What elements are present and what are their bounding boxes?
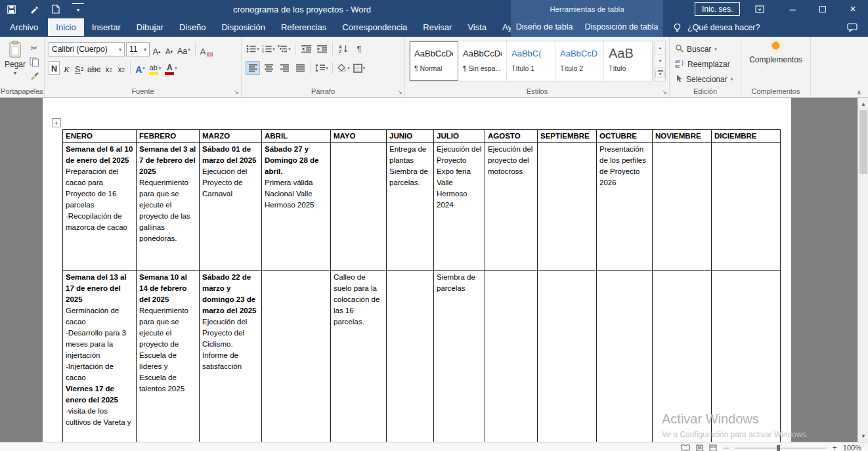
underline-button[interactable]: S▾ (74, 61, 85, 75)
table-cell[interactable]: Sábado 01 de marzo del 2025Ejecución del… (200, 143, 262, 271)
scroll-down-icon[interactable]: ▼ (858, 431, 868, 441)
document-page[interactable]: + ENEROFEBREROMARZOABRILMAYOJUNIOJULIOAG… (43, 98, 791, 442)
tab-insertar[interactable]: Insertar (84, 18, 129, 36)
scroll-up-icon[interactable]: ▲ (858, 98, 868, 109)
style-título-2[interactable]: AaBbCcDTítulo 2 (555, 41, 604, 81)
cut-icon[interactable]: ✂ (29, 43, 39, 53)
shading-icon[interactable]: ▾ (336, 61, 351, 75)
table-cell[interactable]: Semana 10 al 14 de febrero del 2025Reque… (137, 271, 200, 442)
bold-button[interactable]: N (49, 61, 60, 75)
font-color-button[interactable]: A▾ (163, 61, 179, 75)
style-título[interactable]: AaBTítulo (604, 41, 653, 81)
table-move-handle-icon[interactable]: + (52, 118, 61, 127)
borders-icon[interactable]: ▾ (352, 61, 366, 75)
increase-indent-icon[interactable] (315, 42, 329, 56)
paste-button[interactable]: Pegar ▾ (1, 41, 29, 87)
show-paragraph-marks-icon[interactable]: ¶ (352, 42, 366, 56)
tab-archivo[interactable]: Archivo (0, 18, 48, 36)
justify-icon[interactable] (293, 61, 307, 75)
table-cell[interactable] (653, 271, 712, 442)
table-cell[interactable] (538, 143, 597, 271)
table-cell[interactable] (485, 271, 538, 442)
italic-button[interactable]: K (61, 61, 72, 75)
print-layout-icon[interactable] (696, 444, 703, 451)
select-button[interactable]: Seleccionar▾ (675, 72, 733, 86)
table-cell[interactable] (387, 271, 434, 442)
font-size-select[interactable]: 11▾ (126, 42, 150, 56)
close-button[interactable]: × (838, 0, 868, 18)
zoom-slider[interactable] (735, 444, 827, 451)
tab-inicio[interactable]: Inicio (48, 18, 83, 36)
save-icon[interactable] (5, 3, 17, 15)
clear-formatting-button[interactable]: A (199, 43, 215, 56)
new-document-icon[interactable] (50, 3, 62, 15)
style-normal[interactable]: AaBbCcDc¶ Normal (410, 41, 458, 81)
highlight-color-button[interactable]: ab▾ (148, 61, 163, 75)
styles-scroll-down-icon[interactable]: ▾ (655, 54, 666, 68)
zoom-level[interactable]: 100% (843, 444, 861, 451)
subscript-button[interactable]: x2 (103, 61, 114, 75)
align-center-icon[interactable] (261, 61, 276, 75)
vertical-scrollbar[interactable]: ▲ ▼ (857, 98, 868, 442)
bullet-list-icon[interactable]: ▾ (246, 42, 260, 56)
addins-button[interactable]: Complementos (741, 42, 810, 64)
tab-revisar[interactable]: Revisar (415, 18, 460, 36)
copy-icon[interactable] (29, 56, 39, 67)
table-cell[interactable] (538, 271, 597, 442)
table-cell[interactable] (653, 143, 712, 271)
table-cell[interactable]: Calleo de suelo para la colocación de la… (331, 271, 387, 442)
qat-customize-chevron-icon[interactable]: ▾ (72, 3, 84, 15)
web-layout-icon[interactable] (709, 444, 717, 451)
tab-dibujar[interactable]: Dibujar (129, 18, 171, 36)
superscript-button[interactable]: x2 (116, 61, 127, 75)
find-button[interactable]: Buscar▾ (675, 42, 717, 56)
multilevel-list-icon[interactable]: ▾ (277, 42, 292, 56)
table-cell[interactable]: Semana del 6 al 10 de enero del 2025Prep… (63, 143, 137, 271)
styles-dialog-launcher[interactable]: ↘ (662, 89, 667, 95)
paragraph-dialog-launcher[interactable]: ↘ (397, 89, 402, 95)
tab-diseño[interactable]: Diseño (171, 18, 213, 36)
shrink-font-button[interactable]: A▾ (163, 43, 175, 56)
align-left-icon[interactable] (246, 61, 260, 75)
comment-icon[interactable] (847, 23, 857, 35)
table-cell[interactable]: Ejecución del Proyecto Expo feria Valle … (434, 143, 485, 271)
sign-in-button[interactable]: Inic. ses. (695, 2, 740, 16)
align-right-icon[interactable] (277, 61, 292, 75)
font-dialog-launcher[interactable]: ↘ (234, 89, 239, 95)
tell-me-box[interactable]: ¿Qué desea hacer? (671, 18, 760, 37)
tab-disposición[interactable]: Disposición (213, 18, 272, 36)
read-mode-icon[interactable] (681, 444, 690, 451)
tab-referencias[interactable]: Referencias (273, 18, 334, 36)
line-spacing-icon[interactable]: ▾ (315, 61, 329, 75)
grow-font-button[interactable]: A▴ (151, 43, 162, 56)
format-painter-icon[interactable] (29, 70, 39, 81)
tab-vista[interactable]: Vista (460, 18, 494, 36)
clipboard-dialog-launcher[interactable]: ↘ (37, 89, 42, 95)
table-cell[interactable] (712, 143, 781, 271)
table-cell[interactable]: Entrega de plantas Siembra de parcelas. (387, 143, 434, 271)
table-cell[interactable]: Siembra de parcelas (434, 271, 485, 442)
tab-diseño-de-tabla[interactable]: Diseño de tabla (510, 18, 579, 37)
table-cell[interactable] (597, 271, 653, 442)
zoom-in-button[interactable]: + (833, 444, 837, 451)
strikethrough-button[interactable]: abc (86, 61, 102, 75)
sort-icon[interactable]: AZ (336, 42, 351, 56)
replace-button[interactable]: abac Reemplazar (675, 57, 730, 71)
scrollbar-thumb[interactable] (859, 110, 867, 174)
minimize-button[interactable]: ─ (777, 0, 808, 18)
styles-more-icon[interactable]: ▾ (655, 68, 666, 81)
tab-disposición-de-tabla[interactable]: Disposición de tabla (579, 18, 664, 37)
numbered-list-icon[interactable]: 123▾ (261, 42, 276, 56)
maximize-button[interactable] (808, 0, 838, 18)
table-cell[interactable] (331, 143, 387, 271)
zoom-slider-thumb[interactable] (777, 445, 780, 451)
text-effects-button[interactable]: A▾ (134, 61, 146, 75)
collapse-ribbon-icon[interactable]: ∧ (857, 89, 861, 96)
zoom-out-button[interactable]: ─ (723, 444, 729, 451)
table-cell[interactable] (262, 271, 331, 442)
table-cell[interactable]: Sábado 22 de marzo y domingo 23 de marzo… (200, 271, 262, 442)
table-cell[interactable]: Sábado 27 y Domingo 28 de abril.Primera … (262, 143, 331, 271)
table-cell[interactable]: Ejecución del proyecto del motocross (485, 143, 538, 271)
table-cell[interactable]: Semana del 13 al 17 de enero del 2025Ger… (63, 271, 137, 442)
styles-scroll-up-icon[interactable]: ▴ (655, 41, 666, 54)
